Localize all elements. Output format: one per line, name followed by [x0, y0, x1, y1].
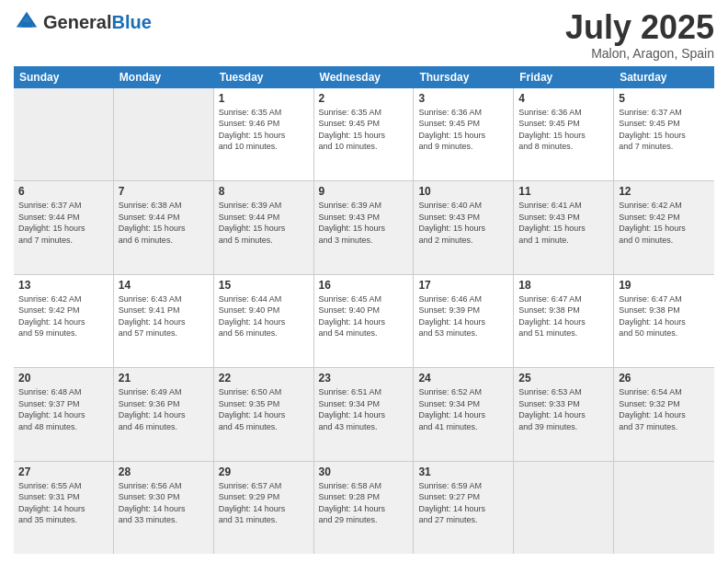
day-number: 23: [319, 372, 409, 385]
day-cell-6: 6Sunrise: 6:37 AM Sunset: 9:44 PM Daylig…: [14, 181, 114, 273]
weekday-header-saturday: Saturday: [614, 66, 714, 88]
day-number: 3: [418, 92, 508, 105]
day-info: Sunrise: 6:36 AM Sunset: 9:45 PM Dayligh…: [518, 107, 609, 153]
day-cell-25: 25Sunrise: 6:53 AM Sunset: 9:33 PM Dayli…: [514, 368, 614, 460]
day-number: 29: [219, 465, 309, 478]
day-number: 12: [619, 185, 710, 198]
empty-cell: [614, 462, 714, 554]
day-cell-29: 29Sunrise: 6:57 AM Sunset: 9:29 PM Dayli…: [214, 462, 314, 554]
day-info: Sunrise: 6:39 AM Sunset: 9:43 PM Dayligh…: [319, 200, 409, 246]
day-info: Sunrise: 6:49 AM Sunset: 9:36 PM Dayligh…: [119, 386, 209, 432]
weekday-header-tuesday: Tuesday: [214, 66, 314, 88]
logo-general: General: [43, 12, 111, 32]
day-number: 1: [219, 92, 309, 105]
day-cell-7: 7Sunrise: 6:38 AM Sunset: 9:44 PM Daylig…: [114, 181, 214, 273]
day-cell-28: 28Sunrise: 6:56 AM Sunset: 9:30 PM Dayli…: [114, 462, 214, 554]
day-cell-9: 9Sunrise: 6:39 AM Sunset: 9:43 PM Daylig…: [314, 181, 415, 273]
day-cell-4: 4Sunrise: 6:36 AM Sunset: 9:45 PM Daylig…: [514, 88, 614, 180]
day-cell-1: 1Sunrise: 6:35 AM Sunset: 9:46 PM Daylig…: [214, 88, 314, 180]
weekday-header-monday: Monday: [114, 66, 214, 88]
calendar-header: SundayMondayTuesdayWednesdayThursdayFrid…: [14, 66, 714, 88]
day-info: Sunrise: 6:43 AM Sunset: 9:41 PM Dayligh…: [119, 293, 209, 339]
day-number: 19: [619, 279, 710, 292]
weekday-header-friday: Friday: [514, 66, 614, 88]
calendar-week-4: 20Sunrise: 6:48 AM Sunset: 9:37 PM Dayli…: [14, 368, 714, 461]
day-number: 20: [18, 372, 108, 385]
day-number: 8: [219, 185, 309, 198]
day-number: 18: [518, 279, 609, 292]
day-number: 5: [619, 92, 710, 105]
day-cell-31: 31Sunrise: 6:59 AM Sunset: 9:27 PM Dayli…: [414, 462, 514, 554]
day-cell-17: 17Sunrise: 6:46 AM Sunset: 9:39 PM Dayli…: [414, 275, 514, 367]
day-number: 15: [219, 279, 309, 292]
day-info: Sunrise: 6:46 AM Sunset: 9:39 PM Dayligh…: [418, 293, 508, 339]
day-cell-2: 2Sunrise: 6:35 AM Sunset: 9:45 PM Daylig…: [314, 88, 415, 180]
day-number: 13: [18, 279, 108, 292]
day-info: Sunrise: 6:42 AM Sunset: 9:42 PM Dayligh…: [619, 200, 710, 246]
day-cell-5: 5Sunrise: 6:37 AM Sunset: 9:45 PM Daylig…: [614, 88, 714, 180]
location-title: Malon, Aragon, Spain: [565, 46, 714, 61]
calendar-week-3: 13Sunrise: 6:42 AM Sunset: 9:42 PM Dayli…: [14, 275, 714, 368]
day-info: Sunrise: 6:39 AM Sunset: 9:44 PM Dayligh…: [219, 200, 309, 246]
day-cell-8: 8Sunrise: 6:39 AM Sunset: 9:44 PM Daylig…: [214, 181, 314, 273]
day-cell-22: 22Sunrise: 6:50 AM Sunset: 9:35 PM Dayli…: [214, 368, 314, 460]
day-cell-15: 15Sunrise: 6:44 AM Sunset: 9:40 PM Dayli…: [214, 275, 314, 367]
day-info: Sunrise: 6:41 AM Sunset: 9:43 PM Dayligh…: [518, 200, 609, 246]
weekday-header-sunday: Sunday: [14, 66, 114, 88]
day-cell-30: 30Sunrise: 6:58 AM Sunset: 9:28 PM Dayli…: [314, 462, 415, 554]
day-info: Sunrise: 6:45 AM Sunset: 9:40 PM Dayligh…: [319, 293, 409, 339]
day-info: Sunrise: 6:40 AM Sunset: 9:43 PM Dayligh…: [418, 200, 508, 246]
logo-text: GeneralBlue: [43, 12, 152, 33]
day-number: 17: [418, 279, 508, 292]
calendar-week-5: 27Sunrise: 6:55 AM Sunset: 9:31 PM Dayli…: [14, 462, 714, 554]
day-cell-16: 16Sunrise: 6:45 AM Sunset: 9:40 PM Dayli…: [314, 275, 415, 367]
day-number: 25: [518, 372, 609, 385]
day-info: Sunrise: 6:57 AM Sunset: 9:29 PM Dayligh…: [219, 480, 309, 526]
day-cell-24: 24Sunrise: 6:52 AM Sunset: 9:34 PM Dayli…: [414, 368, 514, 460]
logo-icon: [14, 9, 40, 35]
day-info: Sunrise: 6:51 AM Sunset: 9:34 PM Dayligh…: [319, 386, 409, 432]
day-number: 10: [418, 185, 508, 198]
day-info: Sunrise: 6:47 AM Sunset: 9:38 PM Dayligh…: [518, 293, 609, 339]
day-number: 30: [319, 465, 409, 478]
weekday-header-thursday: Thursday: [414, 66, 514, 88]
day-info: Sunrise: 6:54 AM Sunset: 9:32 PM Dayligh…: [619, 386, 710, 432]
empty-cell: [514, 462, 614, 554]
day-number: 6: [18, 185, 108, 198]
day-info: Sunrise: 6:48 AM Sunset: 9:37 PM Dayligh…: [18, 386, 108, 432]
calendar-body: 1Sunrise: 6:35 AM Sunset: 9:46 PM Daylig…: [14, 88, 714, 554]
main-container: GeneralBlue July 2025 Malon, Aragon, Spa…: [0, 0, 728, 563]
day-info: Sunrise: 6:35 AM Sunset: 9:46 PM Dayligh…: [219, 107, 309, 153]
day-info: Sunrise: 6:36 AM Sunset: 9:45 PM Dayligh…: [418, 107, 508, 153]
day-number: 21: [119, 372, 209, 385]
day-info: Sunrise: 6:35 AM Sunset: 9:45 PM Dayligh…: [319, 107, 409, 153]
day-info: Sunrise: 6:59 AM Sunset: 9:27 PM Dayligh…: [418, 480, 508, 526]
day-number: 26: [619, 372, 710, 385]
calendar: SundayMondayTuesdayWednesdayThursdayFrid…: [14, 66, 714, 554]
day-number: 11: [518, 185, 609, 198]
day-cell-21: 21Sunrise: 6:49 AM Sunset: 9:36 PM Dayli…: [114, 368, 214, 460]
day-number: 4: [518, 92, 609, 105]
weekday-header-wednesday: Wednesday: [314, 66, 415, 88]
title-block: July 2025 Malon, Aragon, Spain: [565, 9, 714, 61]
calendar-week-1: 1Sunrise: 6:35 AM Sunset: 9:46 PM Daylig…: [14, 88, 714, 181]
svg-rect-2: [21, 22, 31, 28]
day-number: 14: [119, 279, 209, 292]
day-info: Sunrise: 6:56 AM Sunset: 9:30 PM Dayligh…: [119, 480, 209, 526]
day-cell-27: 27Sunrise: 6:55 AM Sunset: 9:31 PM Dayli…: [14, 462, 114, 554]
day-cell-3: 3Sunrise: 6:36 AM Sunset: 9:45 PM Daylig…: [414, 88, 514, 180]
day-info: Sunrise: 6:58 AM Sunset: 9:28 PM Dayligh…: [319, 480, 409, 526]
day-cell-14: 14Sunrise: 6:43 AM Sunset: 9:41 PM Dayli…: [114, 275, 214, 367]
empty-cell: [14, 88, 114, 180]
day-info: Sunrise: 6:52 AM Sunset: 9:34 PM Dayligh…: [418, 386, 508, 432]
day-number: 31: [418, 465, 508, 478]
day-info: Sunrise: 6:42 AM Sunset: 9:42 PM Dayligh…: [18, 293, 108, 339]
day-number: 22: [219, 372, 309, 385]
day-cell-23: 23Sunrise: 6:51 AM Sunset: 9:34 PM Dayli…: [314, 368, 415, 460]
day-info: Sunrise: 6:50 AM Sunset: 9:35 PM Dayligh…: [219, 386, 309, 432]
logo-blue: Blue: [111, 12, 151, 32]
day-info: Sunrise: 6:47 AM Sunset: 9:38 PM Dayligh…: [619, 293, 710, 339]
day-info: Sunrise: 6:55 AM Sunset: 9:31 PM Dayligh…: [18, 480, 108, 526]
day-number: 24: [418, 372, 508, 385]
empty-cell: [114, 88, 214, 180]
